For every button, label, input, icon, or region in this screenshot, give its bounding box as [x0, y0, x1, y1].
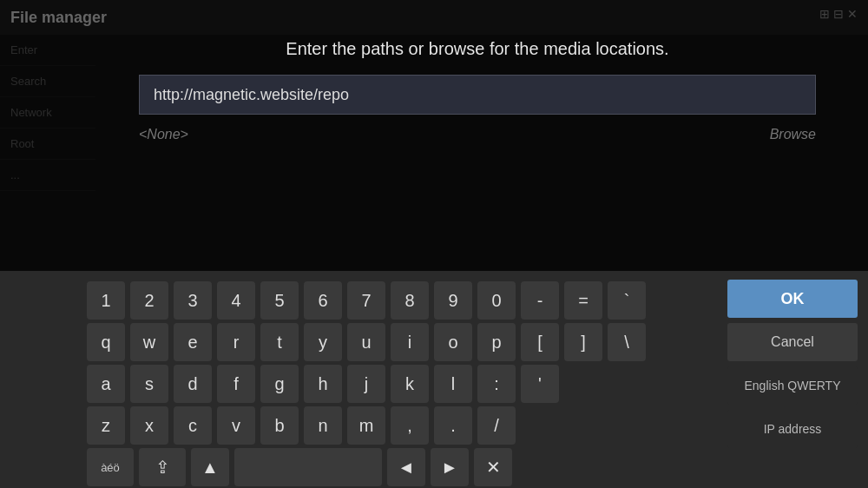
key-0[interactable]: 0 [477, 281, 516, 320]
key-capslock[interactable]: ⇪ [139, 448, 186, 486]
shift-up-icon: ▲ [201, 458, 219, 478]
key-9[interactable]: 9 [434, 281, 472, 320]
key-rbracket[interactable]: ] [564, 323, 602, 361]
key-lbracket[interactable]: [ [521, 323, 559, 361]
ok-button[interactable]: OK [727, 280, 858, 318]
key-s[interactable]: s [130, 365, 168, 403]
key-minus[interactable]: - [521, 281, 559, 320]
key-row-qwerty: q w e r t y u i o p [ ] \ [87, 323, 703, 361]
action-buttons: OK Cancel English QWERTY IP address [720, 271, 868, 488]
keyboard-section: 1 2 3 4 5 6 7 8 9 0 - = ` q w e r t y u … [0, 271, 868, 488]
key-6[interactable]: 6 [304, 281, 342, 320]
key-q[interactable]: q [87, 323, 125, 361]
key-v[interactable]: v [217, 406, 255, 445]
key-k[interactable]: k [391, 365, 429, 403]
key-backspace[interactable]: ✕ [474, 448, 512, 486]
key-e[interactable]: e [174, 323, 212, 361]
key-right[interactable]: ► [431, 448, 469, 486]
ok-label: OK [781, 290, 805, 308]
key-backslash[interactable]: \ [608, 323, 646, 361]
key-f[interactable]: f [217, 365, 255, 403]
key-backtick[interactable]: ` [608, 281, 646, 320]
key-h[interactable]: h [304, 365, 342, 403]
none-label: <None> [139, 127, 188, 142]
key-m[interactable]: m [347, 406, 385, 445]
key-z[interactable]: z [87, 406, 125, 445]
key-u[interactable]: u [347, 323, 385, 361]
key-comma[interactable]: , [391, 406, 429, 445]
key-8[interactable]: 8 [391, 281, 429, 320]
key-y[interactable]: y [304, 323, 342, 361]
key-row-numbers: 1 2 3 4 5 6 7 8 9 0 - = ` [87, 281, 703, 320]
key-o[interactable]: o [434, 323, 472, 361]
url-input-field[interactable]: http://magnetic.website/repo [139, 75, 816, 115]
key-row-zxcv: z x c v b n m , . / [87, 406, 703, 445]
key-left[interactable]: ◄ [387, 448, 425, 486]
key-n[interactable]: n [304, 406, 342, 445]
key-b[interactable]: b [260, 406, 299, 445]
key-g[interactable]: g [260, 365, 299, 403]
key-7[interactable]: 7 [347, 281, 385, 320]
keyboard-layout-button[interactable]: English QWERTY [727, 366, 858, 405]
key-4[interactable]: 4 [217, 281, 255, 320]
key-1[interactable]: 1 [87, 281, 125, 320]
url-input-value: http://magnetic.website/repo [154, 86, 349, 104]
key-quote[interactable]: ' [521, 365, 559, 403]
key-x[interactable]: x [130, 406, 168, 445]
key-accent[interactable]: àéö [87, 448, 134, 486]
key-w[interactable]: w [130, 323, 168, 361]
key-row-special: àéö ⇪ ▲ ◄ ► ✕ [87, 448, 703, 486]
key-l[interactable]: l [434, 365, 472, 403]
key-space[interactable] [234, 448, 382, 486]
keyboard-main: 1 2 3 4 5 6 7 8 9 0 - = ` q w e r t y u … [0, 271, 720, 488]
ip-address-label: IP address [764, 422, 822, 436]
cancel-button[interactable]: Cancel [727, 323, 858, 361]
key-slash[interactable]: / [477, 406, 516, 445]
key-row-asdf: a s d f g h j k l : ' [87, 365, 703, 403]
key-i[interactable]: i [391, 323, 429, 361]
cancel-label: Cancel [771, 334, 814, 350]
key-2[interactable]: 2 [130, 281, 168, 320]
key-shift-up[interactable]: ▲ [191, 448, 229, 486]
key-colon[interactable]: : [477, 365, 516, 403]
ip-address-button[interactable]: IP address [727, 410, 858, 448]
key-p[interactable]: p [477, 323, 516, 361]
key-r[interactable]: r [217, 323, 255, 361]
key-t[interactable]: t [260, 323, 299, 361]
key-equals[interactable]: = [564, 281, 602, 320]
capslock-icon: ⇪ [155, 457, 170, 478]
browse-button[interactable]: Browse [770, 127, 816, 142]
browse-row: <None> Browse [139, 127, 816, 142]
key-c[interactable]: c [174, 406, 212, 445]
dialog-title: Enter the paths or browse for the media … [87, 39, 868, 59]
key-3[interactable]: 3 [174, 281, 212, 320]
key-period[interactable]: . [434, 406, 472, 445]
key-j[interactable]: j [347, 365, 385, 403]
key-a[interactable]: a [87, 365, 125, 403]
key-d[interactable]: d [174, 365, 212, 403]
keyboard-layout-label: English QWERTY [745, 379, 841, 392]
key-5[interactable]: 5 [260, 281, 299, 320]
